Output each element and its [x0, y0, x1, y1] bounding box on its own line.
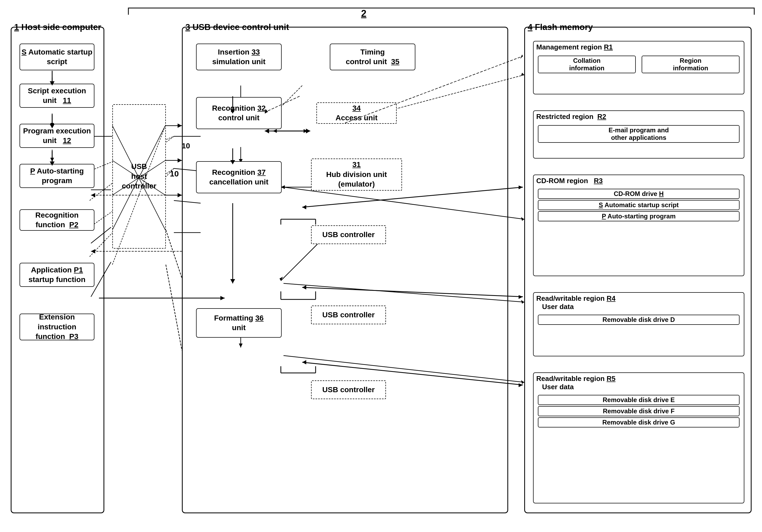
- svg-marker-14: [521, 73, 524, 76]
- host-computer-box: 1 Host side computer S Automatic startup…: [11, 27, 104, 513]
- insertion-simulation-unit: Insertion 33simulation unit: [196, 43, 282, 70]
- timing-control-unit: Timingcontrol unit 35: [330, 43, 416, 70]
- host-title: 1 Host side computer: [14, 22, 101, 32]
- access-unit: 34Access unit: [316, 102, 397, 124]
- region-info: Regioninformation: [642, 56, 739, 73]
- svg-marker-84: [178, 123, 182, 128]
- region-R4: Read/writable region R4 User data Remova…: [533, 292, 744, 356]
- removable-disk-E: Removable disk drive E: [538, 395, 739, 405]
- flash-title: 4 Flash memory: [528, 22, 593, 32]
- auto-startup-script-flash: S Automatic startup script: [538, 200, 739, 210]
- auto-starting-program-flash: P Auto-starting program: [538, 211, 739, 221]
- region-R5: Read/writable region R5 User data Remova…: [533, 372, 744, 503]
- hub-division-unit: 31Hub division unit(emulator): [311, 159, 402, 191]
- recognition-control-unit: Recognition 32control unit: [196, 97, 282, 129]
- diagram: 2: [0, 0, 762, 532]
- extension-instruction-function: Extensioninstructionfunction P3: [20, 313, 94, 340]
- svg-marker-21: [521, 217, 524, 221]
- removable-disk-G: Removable disk drive G: [538, 417, 739, 428]
- removable-disk-D: Removable disk drive D: [538, 315, 739, 325]
- svg-marker-88: [178, 193, 182, 197]
- label-2: 2: [361, 8, 366, 19]
- svg-marker-27: [521, 380, 524, 384]
- usb-controller-3: USB controller: [311, 380, 386, 399]
- svg-marker-66: [519, 383, 523, 387]
- svg-line-89: [166, 230, 182, 278]
- device-title: 3 USB device control unit: [185, 22, 289, 32]
- auto-startup-script: S Automatic startupscript: [20, 43, 94, 70]
- formatting-unit: Formatting 36unit: [196, 308, 282, 338]
- script-execution-unit: Script executionunit 11: [20, 84, 94, 108]
- region-R2: Restricted region R2 E-mail program ando…: [533, 110, 744, 159]
- svg-marker-57: [520, 54, 523, 59]
- flash-memory-box: 4 Flash memory Management region R1 Coll…: [524, 27, 752, 513]
- svg-marker-63: [519, 295, 523, 299]
- usb-device-box: 3 USB device control unit Insertion 33si…: [182, 27, 508, 513]
- usb-controller-2: USB controller: [311, 305, 386, 324]
- program-execution-unit: Program executionunit 12: [20, 124, 94, 148]
- svg-line-90: [166, 265, 182, 350]
- region-R3: CD-ROM region R3 CD-ROM drive H S Automa…: [533, 174, 744, 276]
- application-startup-function: Application P1startup function: [20, 263, 94, 287]
- svg-marker-25: [521, 300, 524, 304]
- svg-marker-60: [519, 185, 523, 189]
- usb-controller-1: USB controller: [311, 225, 386, 244]
- svg-marker-86: [178, 158, 182, 163]
- region-R1: Management region R1 Collationinformatio…: [533, 41, 744, 95]
- usb-host-controller: USBhostcontroller: [112, 104, 166, 249]
- cd-rom-drive: CD-ROM drive H: [538, 189, 739, 199]
- removable-disk-F: Removable disk drive F: [538, 406, 739, 416]
- recognition-cancellation-unit: Recognition 37cancellation unit: [196, 161, 282, 193]
- email-program: E-mail program andother applications: [538, 125, 739, 143]
- svg-text:10: 10: [170, 169, 179, 178]
- auto-starting-program: P Auto-startingprogram: [20, 164, 94, 188]
- collation-info: Collationinformation: [538, 56, 636, 73]
- recognition-function: Recognitionfunction P2: [20, 209, 94, 231]
